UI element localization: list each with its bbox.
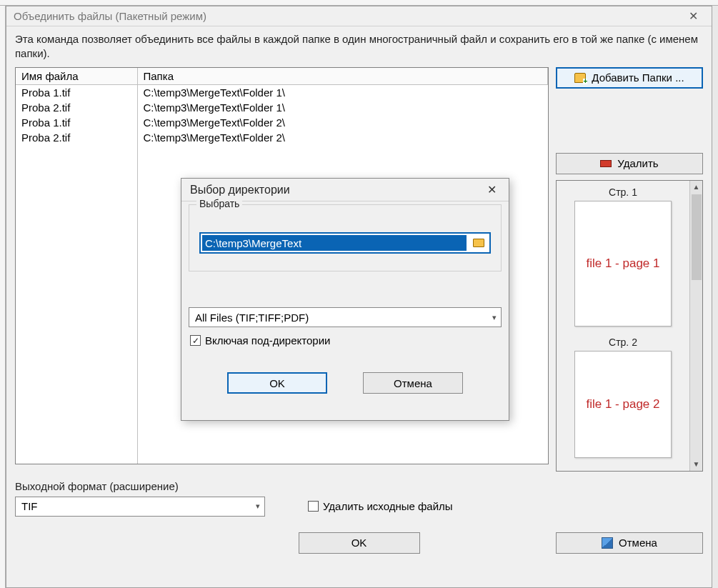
delete-sources-checkbox-row[interactable]: Удалить исходные файлы [308, 500, 453, 512]
cell-folder: C:\temp3\MergeText\Folder 1\ [137, 100, 548, 115]
preview-page-label: Стр. 2 [609, 337, 637, 348]
preview-scrollbar[interactable]: ▲ ▼ [689, 181, 702, 471]
delete-label: Удалить [617, 157, 658, 169]
scroll-up-button[interactable]: ▲ [690, 181, 702, 194]
scroll-thumb[interactable] [692, 194, 702, 280]
preview-page-text: file 1 - page 1 [586, 256, 659, 271]
preview-page-text: file 1 - page 2 [586, 397, 659, 412]
right-panel: Добавить Папки ... Удалить Стр. 1 file 1… [556, 67, 703, 472]
table-row[interactable]: Proba 1.tif C:\temp3\MergeText\Folder 2\ [16, 115, 548, 130]
main-cancel-button[interactable]: Отмена [556, 532, 703, 554]
ok-label: OK [351, 537, 367, 549]
dialog-cancel-button[interactable]: Отмена [363, 372, 463, 394]
output-format-value: TIF [21, 500, 38, 512]
table-row[interactable]: Proba 2.tif C:\temp3\MergeText\Folder 2\ [16, 130, 548, 145]
bottom-buttons: OK Отмена [6, 521, 712, 561]
table-row[interactable]: Proba 1.tif C:\temp3\MergeText\Folder 1\ [16, 84, 548, 100]
main-ok-button[interactable]: OK [299, 532, 420, 554]
dialog-ok-label: OK [269, 377, 285, 389]
delete-sources-checkbox[interactable] [308, 501, 319, 512]
folder-add-icon [574, 72, 586, 84]
titlebar: Объединить файлы (Пакетный режим) ✕ [6, 6, 712, 26]
ruler-top [0, 0, 718, 6]
scroll-down-button[interactable]: ▼ [690, 458, 702, 471]
path-value[interactable]: C:\temp3\MergeText [202, 235, 467, 251]
window-close-button[interactable]: ✕ [679, 6, 707, 26]
cell-folder: C:\temp3\MergeText\Folder 2\ [137, 130, 548, 145]
cell-file: Proba 1.tif [16, 84, 137, 100]
browse-button[interactable] [469, 235, 488, 251]
include-subdirs-row[interactable]: ✓ Включая под-директории [190, 334, 503, 347]
file-filter-value: All Files (TIF;TIFF;PDF) [195, 312, 309, 324]
cell-folder: C:\temp3\MergeText\Folder 1\ [137, 84, 548, 100]
add-folders-button[interactable]: Добавить Папки ... [556, 67, 703, 89]
preview-page-label: Стр. 1 [609, 186, 637, 198]
dialog-title: Выбор директории [190, 184, 290, 196]
select-group: Выбрать C:\temp3\MergeText [189, 204, 502, 271]
ruler-left [0, 6, 6, 588]
main-window: Объединить файлы (Пакетный режим) ✕ Эта … [6, 6, 712, 588]
preview-page-thumbnail[interactable]: file 1 - page 1 [574, 201, 672, 327]
select-group-label: Выбрать [196, 198, 242, 209]
output-area: Выходной формат (расширение) TIF ▾ Удали… [6, 472, 712, 521]
dialog-buttons: OK Отмена [181, 372, 509, 394]
col-header-folder[interactable]: Папка [137, 68, 548, 85]
cancel-icon [602, 537, 613, 549]
preview-panel: Стр. 1 file 1 - page 1 Стр. 2 file 1 - p… [556, 180, 703, 472]
table-column-divider [137, 68, 138, 464]
cell-file: Proba 2.tif [16, 100, 137, 115]
folder-icon [473, 239, 484, 247]
cell-folder: C:\temp3\MergeText\Folder 2\ [137, 115, 548, 130]
chevron-down-icon: ▾ [492, 313, 497, 322]
delete-sources-label: Удалить исходные файлы [323, 500, 453, 512]
dialog-close-button[interactable]: ✕ [480, 183, 503, 196]
file-filter-select[interactable]: All Files (TIF;TIFF;PDF) ▾ [189, 307, 502, 327]
output-format-select[interactable]: TIF ▾ [15, 497, 265, 517]
delete-button[interactable]: Удалить [556, 153, 703, 174]
chevron-down-icon: ▾ [256, 502, 260, 511]
dialog-ok-button[interactable]: OK [227, 372, 327, 394]
spacer [556, 89, 703, 153]
directory-dialog: Выбор директории ✕ Выбрать C:\temp3\Merg… [181, 178, 509, 421]
cell-file: Proba 2.tif [16, 130, 137, 145]
description-text: Эта команда позволяет объединить все фай… [6, 26, 712, 64]
cell-file: Proba 1.tif [16, 115, 137, 130]
cancel-label: Отмена [619, 537, 657, 549]
preview-list[interactable]: Стр. 1 file 1 - page 1 Стр. 2 file 1 - p… [557, 181, 689, 471]
col-header-filename[interactable]: Имя файла [16, 68, 137, 85]
include-subdirs-label: Включая под-директории [205, 334, 330, 347]
delete-icon [600, 158, 612, 169]
window-title: Объединить файлы (Пакетный режим) [14, 6, 206, 26]
output-format-label: Выходной формат (расширение) [15, 480, 703, 492]
path-input[interactable]: C:\temp3\MergeText [199, 232, 491, 254]
table-row[interactable]: Proba 2.tif C:\temp3\MergeText\Folder 1\ [16, 100, 548, 115]
dialog-cancel-label: Отмена [394, 377, 432, 389]
preview-page-thumbnail[interactable]: file 1 - page 2 [574, 351, 672, 458]
add-folders-label: Добавить Папки ... [592, 71, 684, 84]
include-subdirs-checkbox[interactable]: ✓ [190, 335, 201, 346]
